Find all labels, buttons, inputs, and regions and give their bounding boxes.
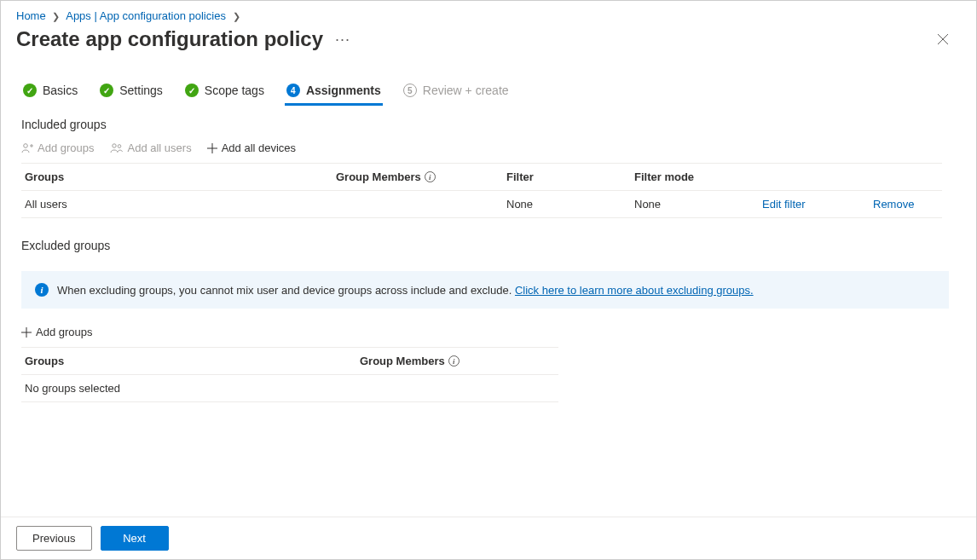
- more-actions-button[interactable]: ···: [335, 31, 350, 49]
- chevron-right-icon: ❯: [52, 11, 60, 22]
- info-icon: i: [35, 283, 49, 297]
- col-groups: Groups: [25, 170, 336, 183]
- cell-filter: None: [506, 198, 634, 211]
- wizard-footer: Previous Next: [1, 517, 976, 559]
- tab-label: Review + create: [423, 84, 509, 97]
- wizard-tabs: ✓ Basics ✓ Settings ✓ Scope tags 4 Assig…: [21, 78, 956, 106]
- edit-filter-link[interactable]: Edit filter: [762, 198, 806, 211]
- tab-scope-tags[interactable]: ✓ Scope tags: [183, 78, 266, 106]
- table-row: All users None None Edit filter Remove: [21, 191, 942, 218]
- close-icon: [937, 33, 949, 45]
- col-members: Group Members i: [360, 355, 530, 367]
- crumb-home[interactable]: Home: [16, 9, 46, 22]
- add-groups-button[interactable]: Add groups: [21, 141, 95, 154]
- add-all-devices-button[interactable]: Add all devices: [207, 141, 296, 154]
- plus-icon: [21, 327, 32, 338]
- close-button[interactable]: [932, 28, 954, 50]
- tab-review-create: 5 Review + create: [402, 78, 511, 106]
- breadcrumb: Home ❯ Apps | App configuration policies…: [1, 1, 976, 26]
- check-icon: ✓: [23, 84, 37, 97]
- excluded-groups-heading: Excluded groups: [21, 239, 956, 252]
- svg-point-2: [118, 144, 121, 147]
- table-row-empty: No groups selected: [21, 375, 558, 402]
- page-title: Create app configuration policy: [16, 27, 323, 51]
- button-label: Add groups: [38, 141, 95, 154]
- excluded-groups-table: Groups Group Members i No groups selecte…: [21, 347, 558, 402]
- info-banner: i When excluding groups, you cannot mix …: [21, 271, 949, 309]
- crumb-apps[interactable]: Apps | App configuration policies: [66, 9, 226, 22]
- next-button[interactable]: Next: [101, 526, 169, 551]
- col-filter-mode: Filter mode: [634, 170, 762, 183]
- tab-label: Assignments: [306, 84, 381, 97]
- svg-point-0: [24, 143, 28, 147]
- remove-link[interactable]: Remove: [873, 198, 914, 211]
- button-label: Add groups: [36, 326, 93, 338]
- people-icon: [110, 142, 124, 154]
- add-groups-button[interactable]: Add groups: [21, 326, 93, 338]
- tab-assignments[interactable]: 4 Assignments: [285, 78, 383, 106]
- col-members: Group Members i: [336, 170, 506, 183]
- cell-filter-mode: None: [634, 198, 762, 211]
- cell-groups: All users: [25, 198, 336, 211]
- table-header: Groups Group Members i: [21, 347, 558, 375]
- info-icon[interactable]: i: [448, 355, 460, 367]
- tab-settings[interactable]: ✓ Settings: [98, 78, 165, 106]
- button-label: Add all devices: [222, 141, 296, 154]
- table-header: Groups Group Members i Filter Filter mod…: [21, 163, 942, 191]
- info-link[interactable]: Click here to learn more about excluding…: [515, 284, 754, 297]
- col-groups: Groups: [25, 355, 360, 367]
- tab-basics[interactable]: ✓ Basics: [21, 78, 79, 106]
- add-all-users-button[interactable]: Add all users: [110, 141, 192, 154]
- col-filter: Filter: [506, 170, 634, 183]
- tab-label: Scope tags: [205, 84, 264, 97]
- step-number-icon: 5: [403, 84, 417, 97]
- step-number-icon: 4: [286, 84, 300, 97]
- info-icon[interactable]: i: [425, 171, 436, 182]
- check-icon: ✓: [185, 84, 199, 97]
- included-toolbar: Add groups Add all users Add all devices: [21, 141, 956, 154]
- person-add-icon: [21, 142, 33, 154]
- previous-button[interactable]: Previous: [16, 526, 92, 551]
- svg-point-1: [112, 143, 115, 147]
- included-groups-heading: Included groups: [21, 118, 956, 131]
- empty-message: No groups selected: [25, 382, 120, 395]
- info-text: When excluding groups, you cannot mix us…: [57, 284, 515, 297]
- check-icon: ✓: [100, 84, 113, 97]
- tab-label: Settings: [119, 84, 163, 97]
- plus-icon: [207, 143, 217, 153]
- included-groups-table: Groups Group Members i Filter Filter mod…: [21, 163, 942, 218]
- button-label: Add all users: [128, 141, 192, 154]
- excluded-toolbar: Add groups: [21, 326, 956, 338]
- page-header: Create app configuration policy ···: [1, 26, 976, 56]
- chevron-right-icon: ❯: [233, 11, 240, 22]
- tab-label: Basics: [43, 84, 78, 97]
